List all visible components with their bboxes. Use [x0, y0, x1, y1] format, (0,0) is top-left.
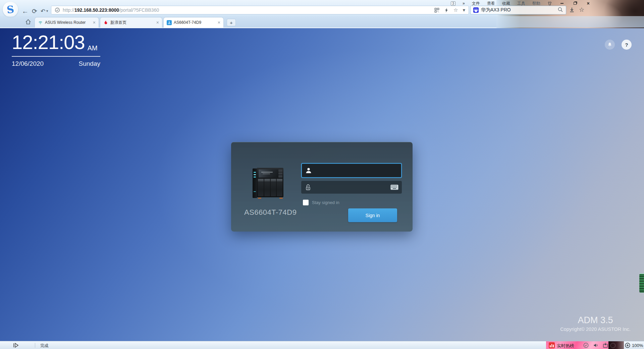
stay-signed-in-row: Stay signed in [303, 200, 339, 205]
zoom-level[interactable]: 100% [632, 343, 643, 348]
password-field[interactable] [301, 181, 402, 194]
status-bar: 完成 实时热榜 100% [0, 341, 644, 349]
url-scheme: http:// [63, 7, 74, 13]
tabs: ASUS Wireless Router × 新浪首页 × AS6604T-74… [35, 17, 225, 28]
tab-label: ASUS Wireless Router [45, 20, 91, 25]
clock-date: 12/06/2020 [12, 60, 44, 67]
skin-decoration-pink [546, 341, 608, 349]
address-bar[interactable]: http://192.168.50.223:8000/portal/?5FCBB… [51, 6, 469, 14]
favorites-star-icon[interactable]: ☆ [579, 6, 584, 13]
search-box[interactable] [470, 6, 566, 14]
password-input[interactable] [315, 185, 390, 190]
url-path: /portal/?5FCBB360 [119, 7, 159, 13]
tab-bar: ASUS Wireless Router × 新浪首页 × AS6604T-74… [0, 16, 644, 28]
lock-icon [305, 184, 312, 191]
bell-icon [607, 42, 612, 47]
search-magnifier-icon[interactable] [557, 7, 563, 14]
baidu-engine-icon[interactable] [473, 7, 479, 13]
username-field[interactable] [301, 163, 402, 178]
hot-list-icon[interactable] [549, 342, 555, 348]
on-screen-keyboard-icon[interactable] [390, 185, 398, 190]
stay-signed-in-checkbox[interactable] [303, 200, 309, 205]
tab-close-icon[interactable]: × [156, 20, 159, 25]
browser-logo[interactable]: S [3, 2, 18, 17]
copyright-label: Copyright© 2020 ASUSTOR Inc. [557, 327, 634, 332]
tab-close-icon[interactable]: × [218, 20, 220, 25]
help-button[interactable]: ? [622, 40, 632, 50]
username-input[interactable] [315, 168, 398, 173]
download-icon[interactable] [569, 7, 575, 13]
menu-view[interactable]: 查看 [487, 1, 495, 6]
refresh-button[interactable]: ⟳ [30, 7, 39, 15]
tab-label: 新浪首页 [110, 20, 154, 26]
minimize-button[interactable] [559, 1, 565, 6]
question-mark-icon: ? [625, 42, 628, 48]
bookmark-star-icon[interactable]: ☆ [453, 7, 458, 13]
tab-close-icon[interactable]: × [93, 20, 96, 25]
menu-file[interactable]: 文件 [472, 1, 480, 6]
sina-flame-icon [103, 20, 108, 25]
close-window-button[interactable]: × [585, 1, 591, 6]
restore-button[interactable] [572, 1, 578, 6]
side-gadget-indicator[interactable] [639, 274, 644, 293]
login-dialog: Stay signed in AS6604T-74D9 Sign in [231, 142, 413, 232]
notifications-button[interactable] [605, 40, 615, 50]
asustor-favicon [167, 20, 172, 25]
window-count-badge[interactable]: 3 [451, 1, 455, 6]
new-tab-button[interactable]: + [227, 19, 236, 26]
clock-divider [12, 56, 100, 57]
browser-chrome: 3 » 文件 查看 收藏 工具 帮助 × S ← ⟳ ↶▼ http://192… [0, 0, 644, 28]
page-media-icon[interactable] [13, 343, 19, 348]
menu-favorites[interactable]: 收藏 [502, 1, 510, 6]
security-shield-icon[interactable] [583, 342, 589, 348]
skin-decoration-dark [608, 341, 624, 349]
page-footer: ADM 3.5 Copyright© 2020 ASUSTOR Inc. [557, 315, 634, 332]
site-security-icon [55, 7, 60, 13]
screen: 3 » 文件 查看 收藏 工具 帮助 × S ← ⟳ ↶▼ http://192… [0, 0, 644, 349]
device-model-label: AS6604T-74D9 [244, 208, 297, 217]
stay-signed-in-label: Stay signed in [312, 200, 339, 205]
adm-portal-page: 12:21:03 AM 12/06/2020 Sunday ? [0, 28, 644, 341]
back-button[interactable]: ← [21, 7, 30, 15]
adm-version-label: ADM 3.5 [557, 315, 634, 326]
address-caret-icon[interactable]: ▾ [463, 7, 465, 13]
zoom-in-icon[interactable] [625, 342, 631, 348]
capture-icon[interactable] [602, 342, 608, 348]
menu-help[interactable]: 帮助 [532, 1, 540, 6]
tab-asus-wireless-router[interactable]: ASUS Wireless Router × [35, 17, 99, 28]
undo-closed-tab-button[interactable]: ↶▼ [39, 7, 50, 15]
person-icon [305, 167, 312, 174]
tab-as6604t[interactable]: AS6604T-74D9 × [163, 17, 224, 28]
clock-time: 12:21:03 [12, 32, 85, 53]
clock-widget: 12:21:03 AM 12/06/2020 Sunday [12, 32, 100, 67]
tab-label: AS6604T-74D9 [174, 20, 216, 25]
nas-device-image [253, 168, 285, 199]
caret-down-icon: ▼ [46, 9, 49, 13]
speaker-icon[interactable] [593, 342, 599, 348]
overflow-chevron-icon[interactable]: » [463, 1, 465, 6]
skin-theme-icon[interactable] [547, 1, 552, 6]
page-load-status: 完成 [40, 343, 48, 349]
home-icon[interactable] [25, 18, 32, 25]
hot-list-label[interactable]: 实时热榜 [557, 343, 574, 349]
tab-sina-home[interactable]: 新浪首页 × [100, 17, 162, 28]
clock-weekday: Sunday [79, 60, 100, 67]
lightning-icon[interactable] [444, 8, 449, 13]
status-separator [35, 343, 35, 348]
search-input[interactable] [481, 7, 557, 13]
clock-meridiem: AM [88, 43, 98, 53]
qr-code-icon[interactable] [434, 8, 439, 13]
menu-tools[interactable]: 工具 [517, 1, 525, 6]
wifi-icon [38, 20, 43, 25]
url-host: 192.168.50.223:8000 [74, 7, 119, 13]
sign-in-button[interactable]: Sign in [348, 208, 397, 222]
url-text[interactable]: http://192.168.50.223:8000/portal/?5FCBB… [63, 7, 159, 13]
